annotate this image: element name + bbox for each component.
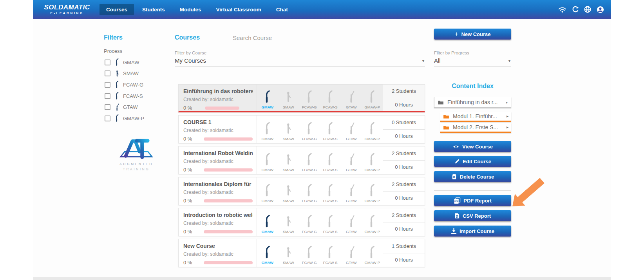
process-group-label: Process [104,48,122,54]
gmawp-checkbox[interactable] [105,116,110,121]
mig-torch-icon [368,121,376,136]
course-progress: 0 % [183,260,253,266]
process-label: FCAW-S [323,260,338,265]
bottom-strip [33,277,611,280]
fcaws-checkbox[interactable] [105,93,110,99]
search-course-input[interactable] [233,33,425,44]
process-cell-gmaw: GMAW [257,146,278,174]
nav-item-chat[interactable]: Chat [270,4,295,15]
process-cell-smaw: SMAW [278,116,299,143]
process-label: SMAW [283,168,294,172]
main-nav: Courses Students Modules Virtual Classro… [99,4,295,15]
process-label: FCAW-S [323,137,338,141]
content-index-root[interactable]: Einführung in das r... ▾ [434,97,511,108]
annotation-arrow-icon [510,177,546,210]
content-index-module-1[interactable]: Modul 1. Einführ... ▸ [440,112,511,122]
course-row[interactable]: COURSE 1 Created by: soldamatic 0 % GMAW… [178,115,425,143]
students-count: 2 Students [383,208,425,222]
panel-divider [434,190,511,191]
pdf-report-button[interactable]: PDF PDF Report [434,195,511,206]
progress-filter-select[interactable]: All ▾ [434,55,511,67]
course-row[interactable]: International Robot Welding B... Created… [178,146,425,174]
course-filter-select[interactable]: My Courses ▾ [175,55,425,67]
tig-torch-icon [347,245,356,260]
import-course-button[interactable]: Import Course [434,226,511,237]
process-cell-fcaws: FCAW-S [320,85,341,111]
process-label: GMAW [262,137,273,141]
mig-torch-icon [114,92,120,100]
nav-item-courses[interactable]: Courses [99,4,134,15]
process-cell-fcaws: FCAW-S [320,239,341,267]
gtaw-checkbox[interactable] [105,104,110,110]
edit-course-button[interactable]: Edit Course [434,156,511,167]
smaw-checkbox[interactable] [105,70,110,76]
tig-torch-icon [347,183,356,198]
mig-torch-icon [263,245,272,260]
course-progress: 0 % [183,229,253,235]
course-created-by: Created by: soldamatic [183,220,253,226]
progress-bar [204,199,253,202]
course-created-by: Created by: soldamatic [183,190,253,195]
mig-torch-icon [368,90,376,104]
chevron-down-icon: ▾ [508,59,510,63]
process-cell-fcawg: FCAW-G [299,177,320,205]
folder-icon [438,100,444,105]
course-title: Internationales Diplom für Rob... [183,181,253,187]
mig-torch-icon [368,183,376,198]
course-row[interactable]: New Course Created by: soldamatic 0 % GM… [178,239,425,267]
mig-torch-icon [326,90,335,104]
course-row[interactable]: Introduction to robotic weldin... Create… [178,208,425,236]
eye-icon [452,144,459,149]
import-course-label: Import Course [459,228,494,234]
process-label: FCAW-G [302,199,317,203]
edit-course-label: Edit Course [463,159,491,164]
refresh-icon[interactable] [572,6,579,13]
electrode-holder-icon [284,152,293,167]
course-info: Einführung in das robotersch... Created … [179,85,257,111]
process-label: SMAW [283,105,294,109]
course-title: Introduction to robotic weldin... [183,212,253,218]
soldamatic-logo[interactable]: SOLDAMATIC E-LEARNING [40,4,94,15]
filter-option-fcaws: FCAW-S [105,90,144,102]
course-row[interactable]: Internationales Diplom für Rob... Create… [178,177,425,205]
globe-icon[interactable] [584,6,591,13]
progress-percent: 0 % [183,198,199,204]
course-stats: 1 Students 0 Hours [383,239,425,267]
process-label: GMAW [261,260,273,265]
progress-bar [204,168,253,172]
mig-torch-icon [263,121,272,136]
account-icon[interactable] [597,6,604,13]
view-course-button[interactable]: View Course [434,141,511,152]
delete-course-label: Delete Course [460,174,494,180]
process-cell-fcaws: FCAW-S [320,146,341,174]
nav-item-students[interactable]: Students [136,4,172,15]
process-cell-fcawg: FCAW-G [299,85,320,111]
course-row[interactable]: Einführung in das robotersch... Created … [178,84,425,112]
folder-icon [443,114,449,119]
gmaw-checkbox[interactable] [105,60,110,65]
hours-count: 0 Hours [383,161,425,174]
delete-course-button[interactable]: Delete Course [434,171,511,182]
process-cell-smaw: SMAW [278,208,299,236]
course-progress: 0 % [183,198,253,204]
new-course-button[interactable]: + New Course [434,29,511,40]
csv-report-button[interactable]: CSV Report [434,210,511,221]
course-title: Einführung in das robotersch... [183,88,253,94]
mig-torch-icon [368,214,376,229]
process-label: SMAW [283,229,294,234]
filter-option-label: GMAW [123,60,139,65]
nav-item-virtual-classroom[interactable]: Virtual Classroom [210,4,268,15]
tree-child-label: Modul 2. Erste S... [453,124,507,130]
screen: SOLDAMATIC E-LEARNING Courses Students M… [0,0,644,280]
wifi-icon[interactable] [558,6,566,13]
filter-option-label: FCAW-G [123,82,143,88]
content-index-module-2[interactable]: Modul 2. Erste S... ▸ [440,123,511,133]
nav-item-modules[interactable]: Modules [173,4,208,15]
process-label: GTAW [346,229,356,234]
fcawg-checkbox[interactable] [105,82,110,88]
course-created-by: Created by: soldamatic [183,97,253,102]
progress-percent: 0 % [183,105,200,111]
process-label: GTAW [346,105,356,109]
process-cell-gmawp: GMAW-P [362,146,383,174]
process-icons: GMAW SMAW FCAW-G FCAW-S GTAW GMAW-P [257,146,383,174]
